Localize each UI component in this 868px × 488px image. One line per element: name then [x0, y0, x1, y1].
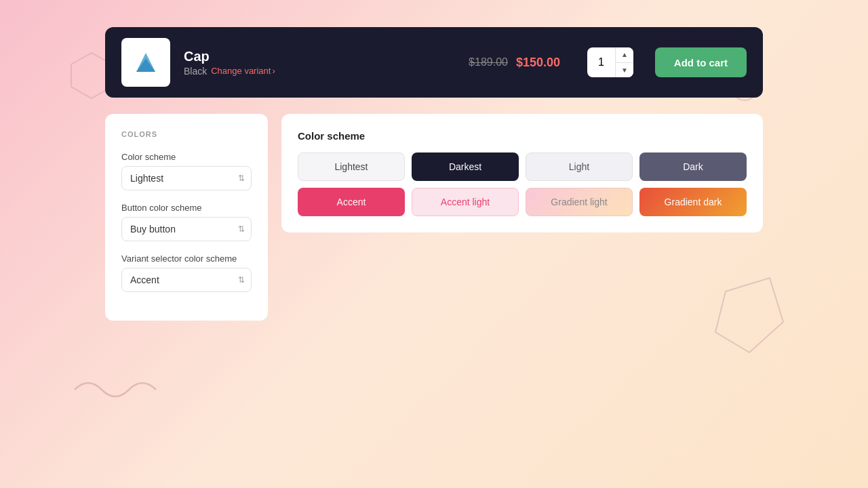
quantity-control: 1 ▲ ▼ [587, 47, 633, 77]
sale-price: $150.00 [516, 56, 560, 70]
product-bar: Cap Black Change variant › $189.00 $150.… [105, 27, 763, 98]
button-color-scheme-label: Button color scheme [121, 203, 252, 213]
scheme-lightest-button[interactable]: Lightest [298, 152, 405, 181]
product-color: Black [184, 66, 207, 77]
colors-panel: COLORS Color scheme Lightest Darkest Lig… [105, 114, 268, 321]
button-color-scheme-select[interactable]: Buy button Accent Dark Light [121, 217, 252, 241]
product-image [121, 38, 170, 87]
product-name: Cap [184, 49, 455, 64]
quantity-up-button[interactable]: ▲ [616, 47, 633, 62]
original-price: $189.00 [469, 56, 508, 68]
color-scheme-field: Color scheme Lightest Darkest Light Dark… [121, 152, 252, 190]
quantity-value: 1 [587, 56, 615, 68]
scheme-light-button[interactable]: Light [526, 152, 633, 181]
color-scheme-select-wrap: Lightest Darkest Light Dark Accent Accen… [121, 166, 252, 190]
color-scheme-panel-title: Color scheme [298, 130, 747, 142]
product-variant: Black Change variant › [184, 66, 455, 77]
button-color-scheme-field: Button color scheme Buy button Accent Da… [121, 203, 252, 241]
button-color-scheme-select-wrap: Buy button Accent Dark Light [121, 217, 252, 241]
variant-selector-select-wrap: Accent Light Dark Lightest [121, 268, 252, 292]
product-info: Cap Black Change variant › [184, 49, 455, 77]
scheme-darkest-button[interactable]: Darkest [412, 152, 519, 181]
quantity-stepper[interactable]: ▲ ▼ [615, 47, 633, 77]
scheme-grid: Lightest Darkest Light Dark Accent Accen… [298, 152, 747, 216]
scheme-gradient-dark-button[interactable]: Gradient dark [639, 188, 747, 216]
color-scheme-panel: Color scheme Lightest Darkest Light Dark… [281, 114, 763, 232]
color-scheme-select[interactable]: Lightest Darkest Light Dark Accent Accen… [121, 166, 252, 190]
scheme-gradient-light-button[interactable]: Gradient light [526, 188, 633, 216]
variant-selector-field: Variant selector color scheme Accent Lig… [121, 253, 252, 292]
scheme-dark-button[interactable]: Dark [639, 152, 747, 181]
quantity-down-button[interactable]: ▼ [616, 62, 633, 78]
add-to-cart-button[interactable]: Add to cart [655, 47, 747, 77]
colors-section-title: COLORS [121, 130, 252, 138]
scheme-accent-light-button[interactable]: Accent light [412, 188, 519, 216]
change-variant-button[interactable]: Change variant › [211, 66, 275, 76]
variant-selector-label: Variant selector color scheme [121, 253, 252, 264]
panels: COLORS Color scheme Lightest Darkest Lig… [105, 114, 763, 321]
color-scheme-label: Color scheme [121, 152, 252, 162]
product-pricing: $189.00 $150.00 [469, 56, 560, 70]
variant-selector-select[interactable]: Accent Light Dark Lightest [121, 268, 252, 292]
svg-marker-5 [136, 58, 155, 72]
scheme-accent-button[interactable]: Accent [298, 188, 405, 216]
